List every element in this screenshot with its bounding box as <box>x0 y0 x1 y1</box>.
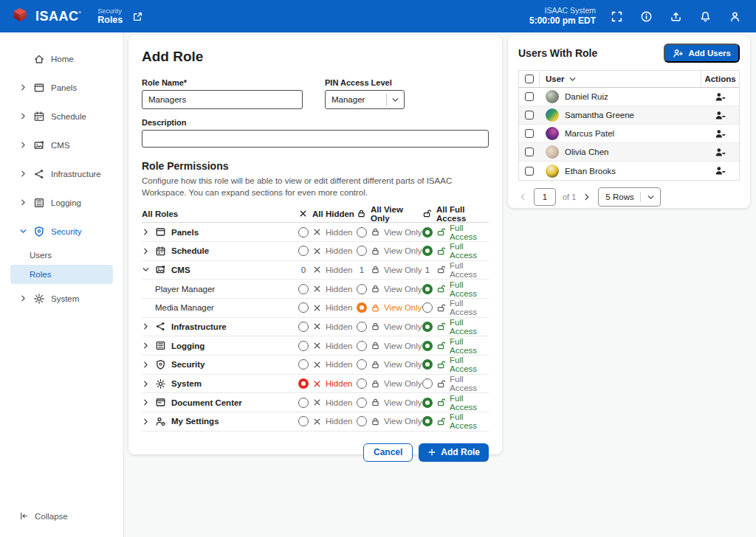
sidebar-item-system[interactable]: System <box>0 284 123 313</box>
notifications-bell-icon[interactable] <box>699 10 712 23</box>
chevron-right-icon[interactable] <box>142 398 150 406</box>
user-column-header[interactable]: User <box>540 75 701 83</box>
permission-option-view[interactable]: View Only <box>357 322 422 332</box>
role-name-input[interactable] <box>142 90 303 109</box>
chevron-right-icon[interactable] <box>142 322 150 330</box>
permission-option-view[interactable]: View Only <box>357 227 422 238</box>
radio-full[interactable] <box>422 322 433 332</box>
radio-full[interactable] <box>422 359 433 370</box>
sidebar-item-home[interactable]: Home <box>0 44 123 73</box>
chevron-right-icon[interactable] <box>142 342 150 350</box>
radio-view[interactable] <box>357 341 367 351</box>
radio-hidden[interactable] <box>298 302 309 313</box>
permission-option-full[interactable]: Full Access <box>422 356 489 373</box>
radio-full[interactable] <box>422 341 433 351</box>
chevron-right-icon[interactable] <box>142 418 150 426</box>
permission-option-view[interactable]: View Only <box>357 398 422 408</box>
permission-option-full[interactable]: Full Access <box>422 318 489 336</box>
radio-view[interactable] <box>357 398 367 408</box>
rows-per-page-select[interactable]: 5 Rows <box>598 187 660 207</box>
permission-option-view[interactable]: View Only <box>357 302 422 313</box>
radio-hidden[interactable] <box>298 416 309 426</box>
radio-view[interactable] <box>357 302 367 313</box>
permission-option-hidden[interactable]: Hidden <box>298 341 357 351</box>
sidebar-item-users[interactable]: Users <box>0 246 123 265</box>
sidebar-item-schedule[interactable]: Schedule <box>0 102 123 131</box>
radio-hidden[interactable] <box>298 227 309 238</box>
permission-option-view[interactable]: View Only <box>357 284 422 294</box>
radio-full[interactable] <box>422 398 433 408</box>
add-role-button[interactable]: Add Role <box>419 443 489 462</box>
sidebar-item-security[interactable]: Security <box>0 217 123 246</box>
all-view-only-header[interactable]: All View Only <box>357 205 422 223</box>
permission-option-hidden[interactable]: Hidden <box>298 416 357 426</box>
select-all-checkbox[interactable] <box>525 75 534 83</box>
radio-view[interactable] <box>357 284 367 294</box>
permission-option-hidden[interactable]: Hidden <box>298 246 357 256</box>
chevron-right-icon[interactable] <box>142 361 150 369</box>
remove-user-icon[interactable] <box>715 110 726 121</box>
radio-view[interactable] <box>357 227 367 238</box>
row-checkbox[interactable] <box>525 167 534 176</box>
sidebar-item-roles[interactable]: Roles <box>10 265 113 284</box>
radio-full[interactable] <box>422 284 433 294</box>
row-checkbox[interactable] <box>525 129 534 138</box>
radio-view[interactable] <box>357 322 367 332</box>
remove-user-icon[interactable] <box>715 147 726 158</box>
radio-full[interactable] <box>422 378 433 389</box>
row-checkbox[interactable] <box>525 111 534 119</box>
all-full-access-header[interactable]: All Full Access <box>422 205 489 223</box>
permission-option-view[interactable]: View Only <box>357 416 422 426</box>
permission-option-view[interactable]: View Only <box>357 359 422 370</box>
permission-option-view[interactable]: View Only <box>357 341 422 351</box>
sidebar-item-panels[interactable]: Panels <box>0 73 123 102</box>
user-account-icon[interactable] <box>729 10 741 23</box>
permission-option-full[interactable]: Full Access <box>422 412 489 430</box>
info-icon[interactable] <box>640 10 653 23</box>
radio-view[interactable] <box>357 378 367 389</box>
radio-hidden[interactable] <box>298 246 309 256</box>
chevron-right-icon[interactable] <box>142 247 150 255</box>
sort-chevron-icon[interactable] <box>568 75 577 83</box>
chevron-right-icon[interactable] <box>142 380 150 388</box>
sidebar-item-cms[interactable]: CMS <box>0 131 123 159</box>
radio-hidden[interactable] <box>298 359 309 370</box>
radio-view[interactable] <box>357 359 367 370</box>
sidebar-item-infrastructure[interactable]: Infrastructure <box>0 159 123 188</box>
permission-option-full[interactable]: Full Access <box>422 394 489 412</box>
radio-hidden[interactable] <box>298 398 309 408</box>
next-page-icon[interactable] <box>583 193 591 201</box>
permission-option-hidden[interactable]: Hidden <box>298 359 357 370</box>
previous-page-icon[interactable] <box>518 193 527 201</box>
external-link-icon[interactable] <box>132 11 143 22</box>
row-checkbox[interactable] <box>525 148 534 156</box>
chevron-right-icon[interactable] <box>142 228 150 236</box>
radio-hidden[interactable] <box>298 341 309 351</box>
permission-option-full[interactable]: Full Access <box>422 280 489 298</box>
cancel-button[interactable]: Cancel <box>363 443 413 462</box>
radio-full[interactable] <box>422 302 433 313</box>
permission-option-view[interactable]: View Only <box>357 246 422 256</box>
radio-full[interactable] <box>422 227 433 238</box>
description-input[interactable] <box>142 130 489 148</box>
chevron-down-icon[interactable] <box>142 266 150 274</box>
permission-option-full[interactable]: Full Access <box>422 375 489 392</box>
radio-full[interactable] <box>422 416 433 426</box>
permission-option-hidden[interactable]: Hidden <box>298 322 357 332</box>
radio-view[interactable] <box>357 416 367 426</box>
remove-user-icon[interactable] <box>715 128 726 139</box>
permission-option-hidden[interactable]: Hidden <box>298 227 357 238</box>
fullscreen-icon[interactable] <box>611 10 623 23</box>
all-hidden-header[interactable]: All Hidden <box>298 209 357 218</box>
collapse-sidebar-button[interactable]: Collapse <box>19 511 68 521</box>
radio-view[interactable] <box>357 246 367 256</box>
radio-hidden[interactable] <box>298 284 309 294</box>
pin-access-select[interactable]: Manager <box>325 90 405 109</box>
permission-option-hidden[interactable]: Hidden <box>298 398 357 408</box>
permission-option-full[interactable]: Full Access <box>422 337 489 355</box>
permission-option-view[interactable]: View Only <box>357 378 422 389</box>
permission-option-hidden[interactable]: Hidden <box>298 302 357 313</box>
add-users-button[interactable]: Add Users <box>664 44 740 63</box>
page-number-box[interactable]: 1 <box>534 188 556 206</box>
publish-icon[interactable] <box>670 10 682 23</box>
